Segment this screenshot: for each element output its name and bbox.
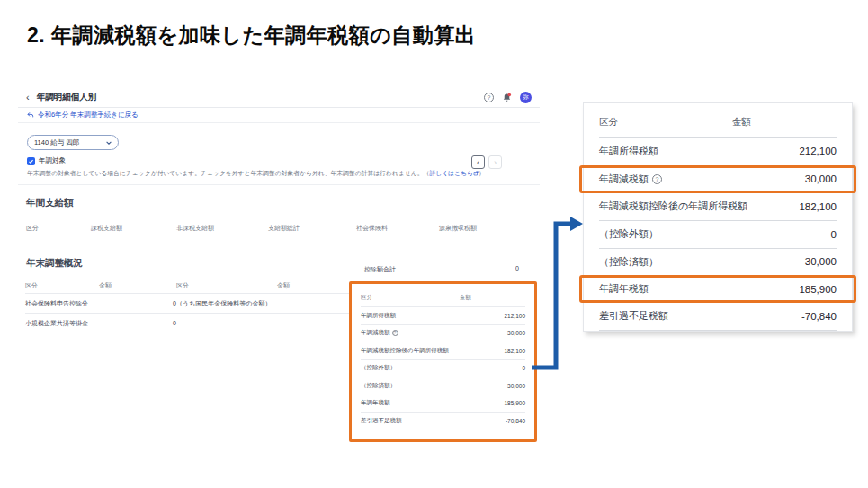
deduction-total-label: 控除額合計: [364, 265, 396, 274]
overview-row-value-1: 0: [99, 320, 176, 326]
overview-row-label-1: 社会保険料申告控除分: [25, 299, 99, 308]
detail-link[interactable]: 詳しくはこちら: [429, 170, 473, 176]
mini-col-label: 区分: [361, 294, 460, 302]
zoomed-tax-panel: 区分 金額 年調所得税額 212,100 年調減税額 ? 30,000 年調減税…: [583, 102, 853, 332]
tax-row-value: 185,900: [505, 400, 526, 406]
pay-col-header: 社会保険料: [356, 224, 439, 233]
tax-row-value: 182,100: [505, 348, 526, 354]
prev-employee-button[interactable]: ‹: [471, 155, 485, 169]
controls-block: 1140 給与 四郎 年調対象 年末調整の対象者としている場合にチェックが付いて…: [18, 123, 540, 185]
overview-row-value-2: 0: [277, 300, 356, 306]
deduction-total-row: 控除額合計 0: [364, 265, 519, 274]
nencho-target-checkbox[interactable]: [27, 157, 35, 165]
app-screen-title: 年調明細個人別: [37, 92, 97, 103]
mini-table-headers: 区分 金額: [361, 291, 525, 307]
tax-row-label: 年調減税額: [361, 329, 390, 337]
tax-row-label: 年調減税額控除後の年調所得税額: [599, 200, 747, 213]
overview-row-label-2: （うち国民年金保険料等の金額）: [176, 299, 277, 308]
note-text: 年末調整の対象者としている場合にチェックが付いています。チェックを外すと年末調整…: [27, 170, 429, 176]
zoom-table-headers: 区分 金額: [599, 107, 837, 138]
tax-table-row: 年調所得税額 212,100: [361, 307, 525, 325]
tax-table-row: 年調減税額控除後の年調所得税額 182,100: [599, 193, 837, 221]
page-title: 2. 年調減税額を加味した年調年税額の自動算出: [27, 22, 476, 49]
tax-row-label: 年調減税額控除後の年調所得税額: [361, 347, 449, 355]
tax-table-row: 差引過不足税額 -70,840: [599, 303, 837, 331]
next-employee-button[interactable]: ›: [488, 155, 502, 169]
tax-table-row: 年調所得税額 212,100: [599, 138, 837, 165]
tax-row-value: 30,000: [507, 383, 525, 389]
pay-col-header: 非課税支給額: [176, 224, 268, 233]
overview-row-label-1: 小規模企業共済等掛金: [25, 319, 99, 328]
back-to-procedure-link[interactable]: 令和6年分 年末調整手続きに戻る: [18, 108, 540, 123]
zoom-tax-table: 年調所得税額 212,100 年調減税額 ? 30,000 年調減税額控除後の年…: [599, 138, 837, 331]
pay-col-header: 区分: [26, 224, 91, 233]
tax-row-label: 年調所得税額: [361, 312, 396, 320]
tax-row-value: 185,900: [799, 284, 837, 295]
help-icon[interactable]: ?: [652, 174, 662, 184]
app-header: ‹ 年調明細個人別 ? 弥: [18, 88, 540, 108]
tax-row-label: 年調減税額: [599, 173, 649, 186]
tax-row-value: 30,000: [805, 256, 837, 267]
pay-col-header: 源泉徴収税額: [439, 224, 532, 233]
slide: 2. 年調減税額を加味した年調年税額の自動算出 ‹ 年調明細個人別 ? 弥: [0, 0, 868, 488]
check-icon: [28, 158, 34, 164]
tax-table-row: 年調減税額控除後の年調所得税額 182,100: [361, 342, 525, 360]
annual-payment-section: 年間支給額 区分 課税支給額 非課税支給額 支給額総計 社会保険料 源泉徴収税額: [18, 185, 540, 242]
tax-table-row: （控除外額） 0: [361, 360, 525, 378]
tax-result-highlight-box: 区分 金額 年調所得税額 212,100 年調減税額 ? 30,000 年調減税…: [349, 281, 537, 442]
tax-row-label: 差引過不足税額: [599, 309, 668, 323]
help-icon[interactable]: ?: [392, 330, 398, 336]
overview-table-row: 社会保険料申告控除分 0 （うち国民年金保険料等の金額） 0: [25, 294, 356, 314]
deduction-total-value: 0: [515, 265, 519, 274]
tax-table-row: 年調減税額 ? 30,000: [361, 325, 525, 343]
mini-tax-table: 年調所得税額 212,100 年調減税額 ? 30,000 年調減税額控除後の年…: [361, 307, 525, 430]
tax-row-value: 182,100: [799, 201, 837, 212]
tax-row-value: -70,840: [506, 418, 525, 424]
tax-row-value: 0: [831, 229, 837, 240]
tax-row-value: -70,840: [801, 311, 837, 322]
tax-row-value: 212,100: [505, 313, 526, 319]
checkbox-note: 年末調整の対象者としている場合にチェックが付いています。チェックを外すと年末調整…: [27, 169, 531, 178]
ov-col-header: 金額: [277, 281, 356, 290]
back-link-label: 令和6年分 年末調整手続きに戻る: [38, 111, 139, 120]
ov-col-header: 区分: [25, 281, 99, 290]
employee-select[interactable]: 1140 給与 四郎: [27, 135, 119, 150]
tax-row-label: 年調所得税額: [599, 145, 658, 158]
tax-row-label: （控除外額）: [599, 227, 658, 241]
annual-payment-title: 年間支給額: [18, 185, 540, 209]
overview-table-row: 小規模企業共済等掛金 0: [25, 314, 356, 333]
tax-row-value: 212,100: [799, 146, 837, 156]
tax-table-row: 年調年税額 185,900: [361, 395, 525, 413]
tax-row-value: 30,000: [507, 330, 525, 336]
ov-col-header: 区分: [176, 281, 277, 290]
annual-payment-headers: 区分 課税支給額 非課税支給額 支給額総計 社会保険料 源泉徴収税額: [18, 209, 540, 242]
tax-row-label: 年調年税額: [361, 399, 390, 407]
help-icon[interactable]: ?: [484, 93, 494, 102]
tax-row-value: 30,000: [805, 173, 837, 184]
nencho-target-label: 年調対象: [39, 156, 66, 165]
tax-row-label: （控除済額）: [361, 382, 396, 390]
avatar[interactable]: 弥: [520, 92, 532, 103]
back-icon[interactable]: ‹: [26, 93, 30, 102]
pay-col-header: 支給額総計: [268, 224, 356, 233]
undo-icon: [27, 111, 34, 119]
tax-row-label: 年調年税額: [599, 282, 649, 296]
overview-table: 区分 金額 区分 金額 社会保険料申告控除分 0 （うち国民年金保険料等の金額）…: [25, 278, 356, 333]
ov-col-header: 金額: [99, 281, 176, 290]
zoom-col-amount: 金額: [732, 116, 837, 129]
tax-table-row: （控除済額） 30,000: [599, 248, 837, 276]
overview-row-value-1: 0: [99, 300, 176, 306]
tax-table-row: 差引過不足税額 -70,840: [361, 413, 525, 430]
chevron-down-icon: [106, 141, 112, 145]
note-text-end: ）: [479, 170, 485, 176]
app-screenshot: ‹ 年調明細個人別 ? 弥 令和6年分 年末調整手続き: [18, 88, 540, 470]
tax-row-label: 差引過不足税額: [361, 417, 402, 425]
notification-bell-icon[interactable]: [502, 93, 512, 102]
tax-row-value: 0: [522, 365, 525, 371]
zoom-col-label: 区分: [599, 116, 732, 129]
tax-table-row: 年調年税額 185,900: [579, 275, 856, 303]
pay-col-header: 課税支給額: [91, 224, 176, 233]
employee-select-value: 1140 給与 四郎: [34, 138, 79, 147]
tax-row-label: （控除外額）: [361, 364, 396, 372]
overview-table-headers: 区分 金額 区分 金額: [25, 278, 356, 294]
